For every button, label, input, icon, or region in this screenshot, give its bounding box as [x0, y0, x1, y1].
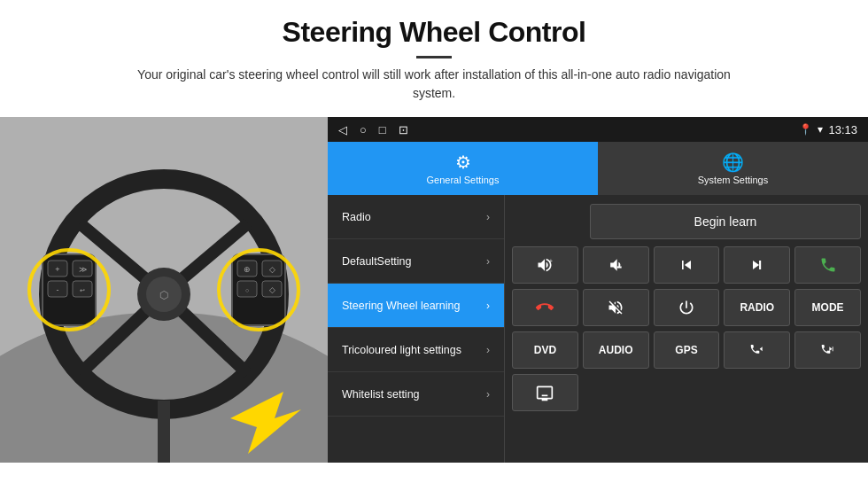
tel-next-button[interactable]: [794, 331, 861, 369]
svg-text:≫: ≫: [79, 265, 87, 274]
svg-rect-3: [158, 401, 170, 463]
svg-text:○: ○: [245, 287, 249, 293]
hang-up-button[interactable]: [512, 289, 578, 326]
menu-item-whitelist-chevron: ›: [486, 388, 490, 401]
svg-text:◇: ◇: [269, 265, 275, 274]
page-title: Steering Wheel Control: [53, 16, 815, 49]
system-settings-icon: 🌐: [722, 152, 744, 173]
menu-item-radio-chevron: ›: [486, 211, 490, 223]
title-divider: [416, 56, 452, 58]
menu-item-steering-label: Steering Wheel learning: [342, 300, 486, 312]
audio-button[interactable]: AUDIO: [583, 331, 649, 369]
menu-item-tricoloured-label: Tricoloured light settings: [342, 344, 486, 356]
controls-row-3: DVD AUDIO GPS: [512, 331, 861, 369]
prev-track-button[interactable]: [654, 246, 720, 284]
controls-row-1: +: [512, 246, 861, 284]
tab-system[interactable]: 🌐 System Settings: [598, 142, 868, 195]
home-icon: ○: [360, 123, 367, 136]
general-settings-icon: ⚙: [455, 152, 471, 173]
mode-button[interactable]: MODE: [794, 289, 861, 326]
tab-general[interactable]: ⚙ General Settings: [328, 142, 598, 195]
svg-text:⊕: ⊕: [244, 265, 251, 274]
tab-bar: ⚙ General Settings 🌐 System Settings: [328, 142, 868, 195]
menu-item-radio[interactable]: Radio ›: [328, 195, 504, 239]
tab-general-label: General Settings: [427, 175, 500, 185]
controls-panel: Begin learn +: [505, 195, 868, 463]
recent-icon: □: [379, 123, 386, 136]
controls-row-4: [512, 374, 861, 411]
vol-down-button[interactable]: [583, 246, 649, 284]
controls-row-2: RADIO MODE: [512, 289, 861, 326]
svg-text:+: +: [55, 265, 59, 274]
next-track-button[interactable]: [724, 246, 790, 284]
wifi-icon: ▾: [818, 123, 823, 136]
menu-item-default[interactable]: DefaultSetting ›: [328, 239, 504, 284]
mute-button[interactable]: [583, 289, 649, 326]
menu-item-radio-label: Radio: [342, 211, 486, 223]
tab-system-label: System Settings: [698, 175, 768, 185]
status-time: 13:13: [828, 123, 857, 136]
svg-text:+: +: [549, 258, 553, 264]
gps-button[interactable]: GPS: [654, 331, 720, 369]
tel-prev-button[interactable]: [724, 331, 790, 369]
content-area: ⬡ + ≫ - ↩ ⊕ ◇ ○ ◇: [0, 117, 868, 463]
vol-up-button[interactable]: +: [512, 246, 578, 284]
menu-item-default-label: DefaultSetting: [342, 255, 486, 268]
back-icon: ◁: [338, 123, 347, 136]
menu-item-whitelist-label: Whitelist setting: [342, 388, 486, 401]
page-subtitle: Your original car's steering wheel contr…: [133, 66, 735, 103]
top-section: Steering Wheel Control Your original car…: [0, 0, 868, 113]
steering-wheel-area: ⬡ + ≫ - ↩ ⊕ ◇ ○ ◇: [0, 117, 328, 463]
phone-answer-button[interactable]: [794, 246, 861, 284]
dvd-button[interactable]: DVD: [512, 331, 578, 369]
svg-text:◇: ◇: [269, 285, 275, 294]
begin-learn-row: Begin learn: [512, 202, 861, 241]
menu-item-tricoloured-chevron: ›: [486, 344, 490, 356]
begin-learn-button[interactable]: Begin learn: [590, 204, 861, 239]
menu-item-whitelist[interactable]: Whitelist setting ›: [328, 372, 504, 417]
menu-item-steering[interactable]: Steering Wheel learning ›: [328, 284, 504, 328]
menu-item-default-chevron: ›: [486, 255, 490, 268]
menu-icon: ⊡: [399, 123, 408, 136]
location-icon: 📍: [799, 123, 812, 136]
radio-button[interactable]: RADIO: [724, 289, 790, 326]
extra-button[interactable]: [512, 374, 578, 411]
svg-text:⬡: ⬡: [159, 289, 168, 301]
begin-learn-label: Begin learn: [694, 214, 757, 229]
main-panel: Radio › DefaultSetting › Steering Wheel …: [328, 195, 868, 463]
power-button[interactable]: [654, 289, 720, 326]
status-bar-right: 📍 ▾ 13:13: [799, 123, 857, 136]
svg-text:-: -: [57, 285, 59, 294]
status-bar: ◁ ○ □ ⊡ 📍 ▾ 13:13: [328, 117, 868, 142]
status-bar-left: ◁ ○ □ ⊡: [338, 123, 408, 136]
menu-item-steering-chevron: ›: [486, 300, 490, 312]
svg-text:↩: ↩: [80, 287, 85, 293]
menu-item-tricoloured[interactable]: Tricoloured light settings ›: [328, 328, 504, 372]
menu-list: Radio › DefaultSetting › Steering Wheel …: [328, 195, 505, 463]
android-ui: ◁ ○ □ ⊡ 📍 ▾ 13:13 ⚙ General Settings 🌐 S…: [328, 117, 868, 463]
